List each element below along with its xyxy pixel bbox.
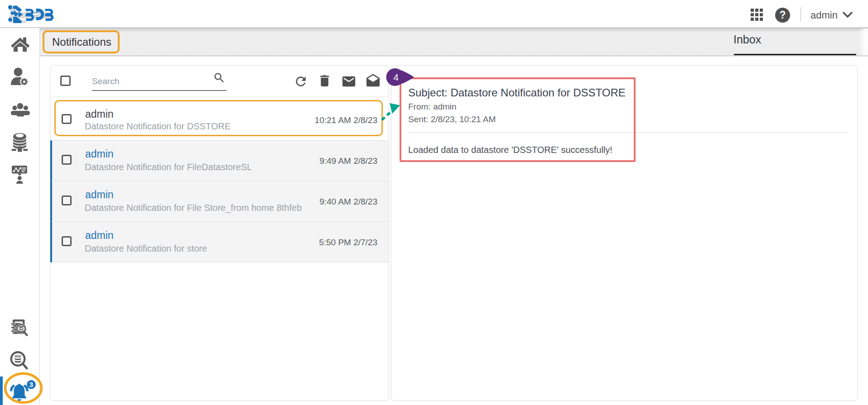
svg-text:4: 4 [393,72,399,82]
svg-text:3: 3 [29,381,33,388]
